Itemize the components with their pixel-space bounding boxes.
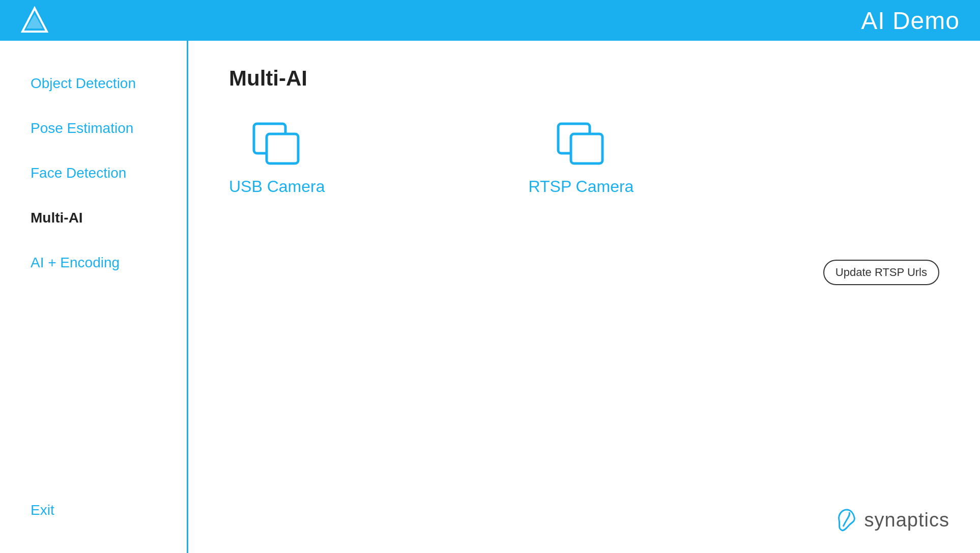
rtsp-camera-option[interactable]: RTSP Camera: [529, 121, 634, 196]
sidebar: Object Detection Pose Estimation Face De…: [0, 41, 188, 553]
sidebar-spacer: [31, 285, 188, 488]
logo-area: [20, 6, 49, 35]
svg-rect-5: [571, 134, 602, 163]
synaptics-logo: synaptics: [834, 507, 949, 533]
page-title: Multi-AI: [229, 66, 939, 91]
camera-options-container: USB Camera RTSP Camera: [229, 121, 939, 196]
usb-camera-option[interactable]: USB Camera: [229, 121, 325, 196]
astra-logo-icon: [20, 6, 49, 35]
sidebar-item-face-detection[interactable]: Face Detection: [31, 151, 188, 196]
main-layout: Object Detection Pose Estimation Face De…: [0, 41, 980, 553]
synaptics-label: synaptics: [864, 509, 949, 531]
usb-camera-icon: [251, 121, 302, 167]
sidebar-item-ai-encoding[interactable]: AI + Encoding: [31, 240, 188, 285]
synaptics-icon: [834, 507, 859, 533]
sidebar-item-object-detection[interactable]: Object Detection: [31, 61, 188, 106]
update-rtsp-button[interactable]: Update RTSP Urls: [823, 260, 939, 285]
main-content: Multi-AI USB Camera: [188, 41, 980, 553]
sidebar-item-pose-estimation[interactable]: Pose Estimation: [31, 106, 188, 151]
rtsp-camera-icon: [556, 121, 607, 167]
app-header: AI Demo: [0, 0, 980, 41]
sidebar-item-multi-ai[interactable]: Multi-AI: [31, 196, 188, 240]
svg-rect-3: [267, 134, 298, 163]
usb-camera-label: USB Camera: [229, 177, 325, 196]
svg-marker-1: [26, 14, 43, 29]
sidebar-exit-button[interactable]: Exit: [31, 488, 188, 533]
rtsp-camera-label: RTSP Camera: [529, 177, 634, 196]
app-title: AI Demo: [861, 7, 960, 35]
